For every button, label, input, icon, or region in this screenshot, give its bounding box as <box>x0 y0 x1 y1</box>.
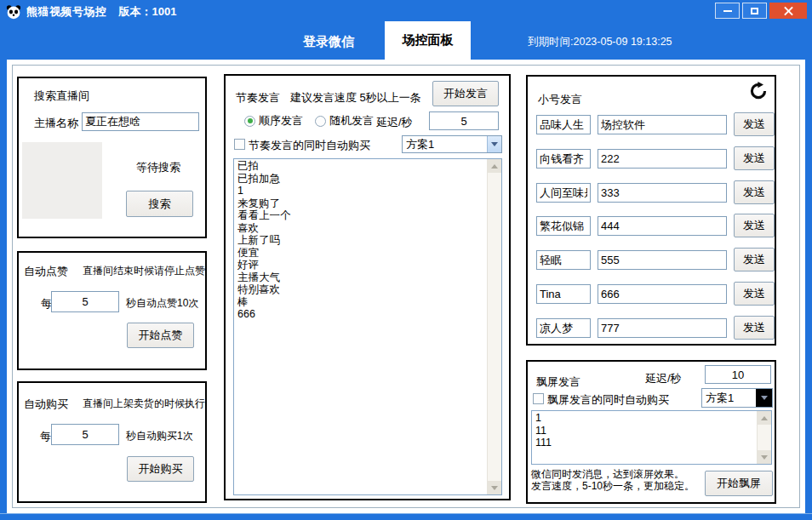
rhythm-title: 节奏发言 <box>236 90 280 106</box>
alt-message-input[interactable] <box>598 183 727 203</box>
room-thumbnail-placeholder <box>22 142 102 219</box>
search-status-text: 等待搜索 <box>136 160 180 175</box>
radio-sequential-speech[interactable]: 顺序发言 <box>244 113 303 129</box>
refresh-icon[interactable] <box>749 82 768 103</box>
alt-message-input[interactable] <box>598 284 727 304</box>
auto-like-interval-input[interactable] <box>51 291 119 312</box>
checkbox-unchecked-icon <box>533 393 544 404</box>
send-button[interactable]: 发送 <box>734 146 775 170</box>
search-room-group: 搜索直播间 主播名称： 等待搜索 搜索 <box>17 77 207 238</box>
auto-buy-suffix: 秒自动购买1次 <box>126 429 193 443</box>
start-like-button[interactable]: 开始点赞 <box>127 323 194 348</box>
rhythm-plan-dropdown[interactable]: 方案1 <box>402 135 502 153</box>
alt-account-group: 小号发言 发送 发送 发送 发送 <box>526 75 776 346</box>
radio-selected-icon <box>244 116 255 127</box>
radio-random-label: 随机发言 <box>329 113 374 129</box>
tab-control-panel[interactable]: 场控面板 <box>385 21 471 60</box>
float-scrollbar[interactable] <box>757 411 771 464</box>
rhythm-scrollbar[interactable] <box>487 159 501 494</box>
scroll-up-button[interactable] <box>488 159 501 173</box>
start-buy-button[interactable]: 开始购买 <box>127 456 194 482</box>
checkbox-unchecked-icon <box>234 139 245 150</box>
auto-like-suffix: 秒自动点赞10次 <box>126 296 198 311</box>
send-button[interactable]: 发送 <box>734 180 775 204</box>
auto-buy-every-label: 每 <box>40 429 51 444</box>
window-bottom-frame <box>0 513 812 520</box>
send-button[interactable]: 发送 <box>734 282 775 306</box>
rhythm-plan-value: 方案1 <box>403 137 487 152</box>
auto-buy-title: 自动购买 <box>24 397 68 412</box>
close-button[interactable] <box>769 3 807 19</box>
chevron-down-icon <box>761 396 768 400</box>
auto-like-title: 自动点赞 <box>24 264 68 279</box>
float-autobuy-checkbox[interactable]: 飘屏发言的同时自动购买 <box>533 392 669 408</box>
chevron-down-icon <box>491 142 498 146</box>
window-controls <box>715 3 807 19</box>
radio-unselected-icon <box>315 116 326 127</box>
alt-message-input[interactable] <box>598 250 727 270</box>
alt-name-input[interactable] <box>536 149 591 169</box>
start-speech-button[interactable]: 开始发言 <box>432 81 499 106</box>
rhythm-speech-group: 节奏发言 建议发言速度 5秒以上一条 开始发言 顺序发言 随机发言 延迟/秒 节… <box>224 74 511 500</box>
app-version: 版本：1001 <box>119 4 177 20</box>
auto-like-group: 自动点赞 直播间结束时候请停止点赞 每 秒自动点赞10次 开始点赞 <box>17 251 207 370</box>
float-plan-value: 方案1 <box>702 391 756 406</box>
alt-name-input[interactable] <box>536 250 591 270</box>
dropdown-arrow-button[interactable] <box>756 389 772 407</box>
send-button[interactable]: 发送 <box>734 316 775 340</box>
float-screen-group: 延迟/秒 飘屏发言 飘屏发言的同时自动购买 方案1 1 11 111 微信同时发… <box>526 360 776 504</box>
float-delay-label: 延迟/秒 <box>645 371 682 386</box>
dropdown-arrow-button[interactable] <box>487 136 501 152</box>
rhythm-messages-textarea[interactable]: 已拍 已拍加急 1 来复购了 看看上一个 喜欢 上新了吗 便宜 好评 主播大气 … <box>233 158 502 495</box>
rhythm-hint: 建议发言速度 5秒以上一条 <box>290 90 421 106</box>
rhythm-delay-input[interactable] <box>429 111 499 130</box>
search-button[interactable]: 搜索 <box>126 191 193 217</box>
alt-name-input[interactable] <box>536 115 591 134</box>
auto-buy-hint: 直播间上架卖货的时候执行 <box>83 397 205 411</box>
panda-logo-icon <box>6 4 21 20</box>
alt-name-input[interactable] <box>536 318 591 338</box>
search-room-title: 搜索直播间 <box>34 89 89 104</box>
scroll-down-icon <box>761 455 768 460</box>
minimize-button[interactable] <box>715 3 740 19</box>
alt-message-input[interactable] <box>598 115 727 134</box>
rhythm-autobuy-checkbox[interactable]: 节奏发言的同时自动购买 <box>234 138 370 153</box>
alt-message-input[interactable] <box>598 318 727 338</box>
radio-random-speech[interactable]: 随机发言 <box>315 113 374 129</box>
float-autobuy-label: 飘屏发言的同时自动购买 <box>547 392 669 408</box>
float-plan-dropdown[interactable]: 方案1 <box>701 388 773 408</box>
rhythm-delay-label: 延迟/秒 <box>376 115 413 130</box>
scroll-up-icon <box>761 416 768 420</box>
float-delay-input[interactable] <box>705 365 771 384</box>
alt-name-input[interactable] <box>536 284 591 304</box>
alt-message-input[interactable] <box>598 149 727 169</box>
send-button[interactable]: 发送 <box>734 214 775 237</box>
scroll-up-button[interactable] <box>758 411 771 425</box>
send-button[interactable]: 发送 <box>734 112 775 136</box>
auto-buy-interval-input[interactable] <box>51 424 119 445</box>
host-name-input[interactable] <box>82 112 199 131</box>
float-note-line2: 发言速度，5-10秒一条，更加稳定。 <box>531 479 695 494</box>
radio-sequential-label: 顺序发言 <box>259 113 303 129</box>
rhythm-messages-text: 已拍 已拍加急 1 来复购了 看看上一个 喜欢 上新了吗 便宜 好评 主播大气 … <box>234 159 487 494</box>
minimize-icon <box>723 10 732 12</box>
maximize-icon <box>751 8 758 14</box>
scroll-down-button[interactable] <box>758 450 771 464</box>
scroll-up-icon <box>491 164 498 169</box>
float-messages-textarea[interactable]: 1 11 111 <box>531 410 772 465</box>
send-button[interactable]: 发送 <box>734 248 775 271</box>
maximize-button[interactable] <box>742 3 767 19</box>
start-float-button[interactable]: 开始飘屏 <box>705 471 773 496</box>
tab-login-wechat[interactable]: 登录微信 <box>281 24 376 60</box>
alt-message-input[interactable] <box>598 216 727 236</box>
app-window: 熊猫视频号场控 版本：1001 登录微信 场控面板 到期时间:2023-05-0… <box>0 0 812 520</box>
float-screen-title: 飘屏发言 <box>536 374 580 390</box>
scroll-down-button[interactable] <box>488 481 501 494</box>
scroll-down-icon <box>491 486 498 490</box>
alt-name-input[interactable] <box>536 183 591 203</box>
alt-account-title: 小号发言 <box>538 92 582 107</box>
auto-buy-group: 自动购买 直播间上架卖货的时候执行 每 秒自动购买1次 开始购买 <box>17 381 207 503</box>
main-content: 搜索直播间 主播名称： 等待搜索 搜索 自动点赞 直播间结束时候请停止点赞 每 … <box>7 60 805 513</box>
alt-name-input[interactable] <box>536 216 591 236</box>
title-bar: 熊猫视频号场控 版本：1001 <box>0 0 812 24</box>
